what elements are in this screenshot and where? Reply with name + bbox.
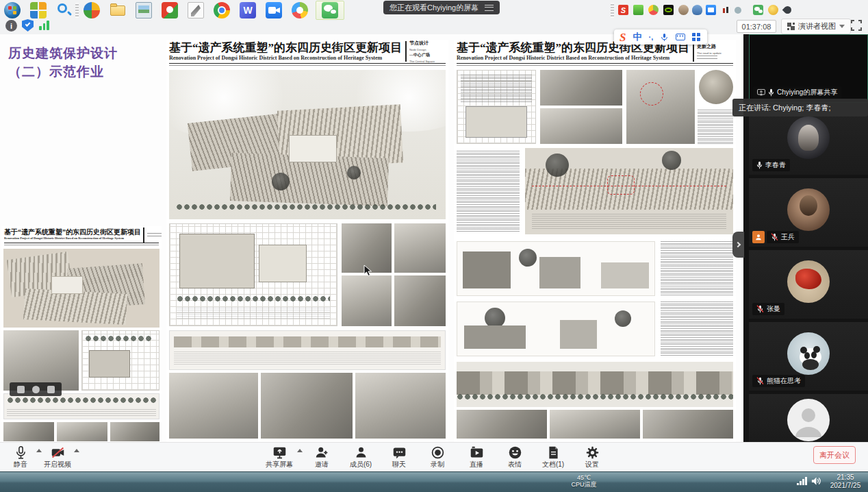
explorer-icon[interactable] — [110, 2, 126, 19]
wechat-icon[interactable] — [322, 2, 338, 19]
annotation-ring — [640, 82, 663, 106]
chrome-icon[interactable] — [214, 2, 230, 19]
cpu-temp-label: CPU温度 — [560, 481, 608, 488]
street-elevation-render — [457, 362, 733, 407]
view-mode-button[interactable]: 演讲者视图 — [781, 19, 851, 34]
docs-button[interactable]: 文档(1) — [534, 444, 572, 470]
tray-shell-icon[interactable] — [692, 5, 702, 15]
trees — [177, 295, 330, 303]
mic-muted-icon — [771, 233, 778, 241]
start-button[interactable] — [4, 2, 21, 19]
share-screen-icon — [272, 445, 287, 460]
watching-banner: 您正在观看Chyiying的屏幕 — [383, 1, 500, 14]
participants-sidebar: Chyiying的屏幕共享 李春青 王兵 — [743, 34, 868, 442]
memory-row — [457, 148, 733, 237]
participant-tile[interactable]: 熊猫在思考 — [749, 322, 868, 391]
site-plan-drawing — [81, 330, 159, 391]
camera-icon[interactable] — [47, 386, 55, 393]
map-app-icon[interactable] — [162, 2, 178, 19]
video-options-caret[interactable] — [74, 449, 79, 452]
photo-grid — [342, 223, 446, 326]
magnifier-ring — [58, 3, 67, 13]
wall-mass — [601, 262, 649, 288]
bar — [723, 8, 725, 13]
tray-user-icon[interactable] — [678, 5, 689, 15]
timer-icon[interactable] — [32, 386, 40, 393]
tree — [546, 153, 569, 177]
browser-360-icon[interactable] — [292, 2, 308, 19]
tray-network-icon[interactable] — [797, 477, 808, 485]
video-label: 开启视频 — [44, 460, 71, 469]
pinwheel-app-icon[interactable] — [84, 2, 100, 19]
live-button[interactable]: 直播 — [457, 444, 496, 470]
share-screen-button[interactable]: 共享屏幕 — [260, 444, 298, 470]
participant-tile[interactable]: 王兵 — [749, 178, 868, 247]
mute-button[interactable]: 静音 — [1, 444, 40, 470]
tray-usb-icon[interactable] — [633, 5, 643, 15]
leave-meeting-button[interactable]: 离开会议 — [813, 446, 856, 464]
tray-wechat-icon[interactable] — [753, 5, 763, 15]
wps-icon[interactable]: W — [240, 2, 256, 19]
record-button[interactable]: 录制 — [418, 444, 457, 470]
avatar — [787, 332, 830, 375]
meeting-info-icon[interactable]: i — [5, 20, 17, 32]
sidebar-collapse-handle[interactable] — [732, 232, 744, 258]
ime-mic-icon[interactable] — [660, 33, 669, 42]
tray-meeting-icon[interactable] — [706, 5, 716, 15]
ime-toolbar[interactable]: S 中 ·, — [614, 29, 707, 45]
tiny-text-row — [4, 245, 159, 247]
participant-tile[interactable] — [749, 394, 868, 442]
bar2 — [43, 23, 46, 30]
photo-viewer-icon[interactable] — [136, 2, 152, 19]
ime-language-toggle[interactable]: 中 — [633, 31, 641, 43]
banner-menu-icon[interactable] — [485, 5, 494, 11]
chat-icon — [392, 445, 407, 460]
render-photo — [110, 422, 159, 441]
notes-app-icon[interactable] — [188, 2, 204, 19]
grid-view-icon[interactable] — [17, 386, 25, 393]
ime-punctuation-toggle[interactable]: ·, — [648, 33, 653, 41]
cam-lens — [276, 8, 280, 13]
tray-volume-icon[interactable] — [811, 476, 821, 486]
participant-tile[interactable]: 张曼 — [749, 250, 868, 319]
ime-toolbox-icon[interactable] — [692, 33, 700, 41]
plaza — [289, 135, 337, 162]
chat-button[interactable]: 聊天 — [380, 444, 418, 470]
share-options-caret[interactable] — [297, 449, 303, 452]
members-button[interactable]: 成员(6) — [342, 444, 380, 470]
bar1 — [39, 26, 42, 30]
emoji-icon — [508, 445, 522, 460]
emoji-label: 表情 — [508, 460, 522, 469]
search-app-icon[interactable] — [56, 2, 73, 19]
tray-360-icon[interactable] — [648, 5, 659, 15]
viewer-mini-toolbar[interactable] — [10, 382, 62, 396]
host-person-icon — [755, 234, 762, 241]
sogou-logo-icon[interactable]: S — [620, 32, 626, 43]
tray-satellite-icon[interactable] — [783, 5, 793, 15]
emoji-button[interactable]: 表情 — [496, 444, 534, 470]
cpu-temp-widget[interactable]: 45℃ CPU温度 — [560, 474, 608, 488]
tray-monitor-icon[interactable] — [721, 5, 731, 15]
tray-coin-icon[interactable] — [768, 5, 778, 15]
sogou-browser-icon[interactable] — [30, 2, 47, 19]
settings-button[interactable]: 设置 — [573, 444, 611, 470]
folder-tab — [110, 3, 117, 7]
participant-tile[interactable]: 李春青 — [749, 106, 868, 175]
section-strip — [3, 393, 159, 419]
meeting-timer: 01:37:08 — [737, 20, 776, 33]
taskbar-clock[interactable]: 21:35 2021/7/25 — [824, 473, 867, 490]
tree — [615, 310, 631, 327]
participant-name: Chyiying的屏幕共享 — [777, 88, 837, 97]
ime-keyboard-icon[interactable] — [676, 34, 685, 40]
invite-button[interactable]: 邀请 — [303, 444, 341, 470]
tray-expander[interactable] — [611, 3, 614, 18]
render-photo — [57, 422, 107, 441]
dish — [782, 5, 793, 16]
participant-tile-screenshare[interactable]: Chyiying的屏幕共享 — [749, 34, 868, 103]
tray-sogou-icon[interactable]: S — [618, 5, 628, 15]
fullscreen-button[interactable] — [851, 20, 862, 31]
tray-misc-icon[interactable] — [735, 7, 741, 14]
start-video-button[interactable]: 开启视频 — [38, 444, 77, 470]
tray-nvidia-icon[interactable] — [663, 5, 674, 15]
meeting-app-icon[interactable] — [266, 2, 282, 19]
